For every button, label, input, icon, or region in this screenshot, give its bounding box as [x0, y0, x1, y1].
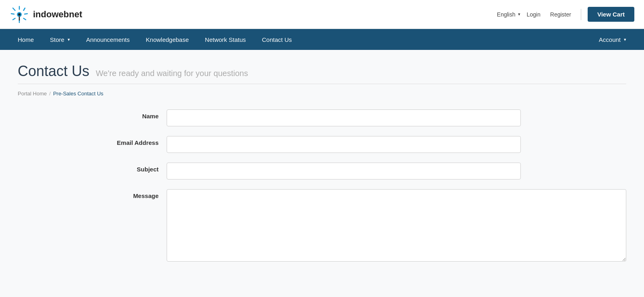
nav-bar: Home Store ▾ Announcements Knowledgebase… [0, 29, 644, 50]
name-label: Name [18, 109, 167, 120]
svg-line-5 [13, 18, 15, 20]
nav-announcements-label: Announcements [86, 36, 130, 43]
account-chevron-icon: ▾ [624, 37, 626, 42]
register-link[interactable]: Register [547, 10, 574, 19]
subject-label: Subject [18, 163, 167, 173]
nav-left: Home Store ▾ Announcements Knowledgebase… [10, 29, 300, 50]
svg-line-6 [11, 14, 14, 14]
language-label: English [497, 11, 516, 18]
login-link[interactable]: Login [524, 10, 544, 19]
nav-right: Account ▾ [591, 29, 634, 50]
top-right-actions: English ▾ Login Register View Cart [497, 7, 634, 22]
breadcrumb-separator: / [49, 91, 51, 97]
nav-item-contact-us[interactable]: Contact Us [254, 29, 300, 50]
svg-point-9 [18, 13, 21, 16]
title-divider [18, 84, 626, 84]
brand-logo-icon [10, 5, 29, 24]
svg-line-3 [24, 18, 26, 20]
subject-input[interactable] [167, 163, 521, 179]
email-label: Email Address [18, 136, 167, 146]
nav-contact-label: Contact Us [262, 36, 292, 43]
nav-store-label: Store [50, 36, 64, 43]
language-chevron-icon: ▾ [518, 12, 520, 17]
nav-item-announcements[interactable]: Announcements [78, 29, 138, 50]
nav-network-label: Network Status [205, 36, 246, 43]
nav-item-network-status[interactable]: Network Status [197, 29, 254, 50]
nav-item-home[interactable]: Home [10, 29, 42, 50]
page-title-area: Contact Us We're ready and waiting for y… [18, 63, 626, 80]
page-subtitle: We're ready and waiting for your questio… [96, 69, 248, 78]
name-input[interactable] [167, 109, 521, 126]
nav-knowledgebase-label: Knowledgebase [146, 36, 189, 43]
svg-line-2 [25, 14, 27, 14]
message-label: Message [18, 189, 167, 199]
page-title: Contact Us [18, 63, 89, 80]
breadcrumb-home[interactable]: Portal Home [18, 91, 47, 97]
nav-account-label: Account [599, 36, 621, 43]
svg-line-7 [13, 8, 15, 10]
form-row-subject: Subject [18, 163, 626, 179]
store-chevron-icon: ▾ [68, 37, 70, 42]
nav-item-account[interactable]: Account ▾ [591, 29, 634, 50]
nav-item-store[interactable]: Store ▾ [42, 29, 78, 50]
breadcrumb: Portal Home / Pre-Sales Contact Us [18, 91, 626, 97]
form-row-message: Message [18, 189, 626, 262]
nav-item-knowledgebase[interactable]: Knowledgebase [138, 29, 197, 50]
language-selector[interactable]: English ▾ [497, 11, 520, 18]
nav-home-label: Home [18, 36, 34, 43]
message-textarea[interactable] [167, 189, 626, 262]
email-input[interactable] [167, 136, 521, 153]
breadcrumb-current: Pre-Sales Contact Us [53, 91, 103, 97]
top-bar-divider [581, 9, 581, 20]
svg-line-1 [24, 8, 25, 10]
form-row-name: Name [18, 109, 626, 126]
main-content: Contact Us We're ready and waiting for y… [8, 50, 636, 284]
view-cart-button[interactable]: View Cart [588, 7, 634, 22]
form-row-email: Email Address [18, 136, 626, 153]
contact-form: Name Email Address Subject Message [18, 109, 626, 262]
logo-area: indowebnet [10, 5, 82, 24]
top-bar: indowebnet English ▾ Login Register View… [0, 0, 644, 29]
brand-name: indowebnet [33, 9, 82, 20]
